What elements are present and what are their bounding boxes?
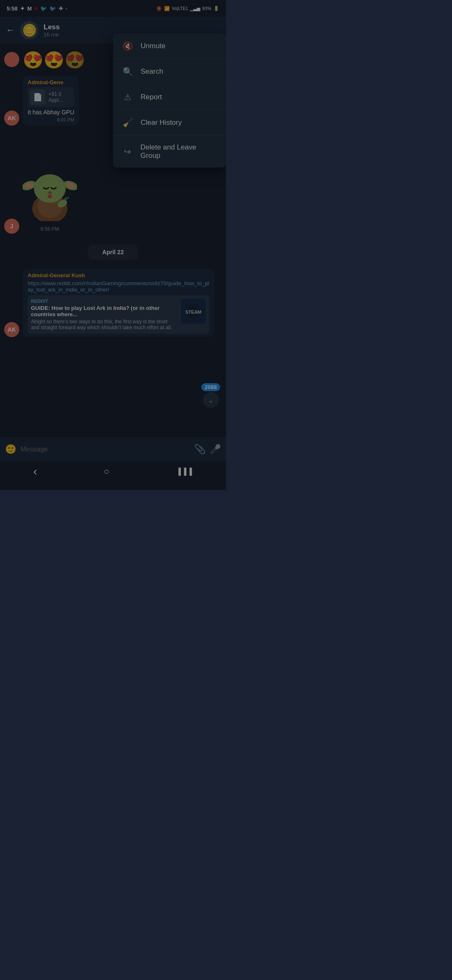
overlay-dim[interactable] — [0, 0, 226, 490]
